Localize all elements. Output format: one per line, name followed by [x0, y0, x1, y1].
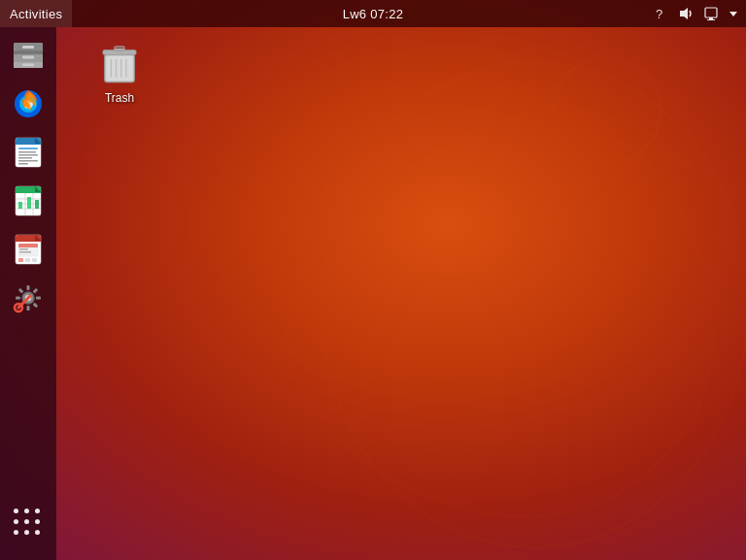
svg-rect-54 [33, 303, 39, 309]
top-panel: Activities Lw6 07:22 ? [0, 0, 746, 27]
svg-marker-3 [680, 8, 688, 19]
svg-rect-15 [22, 64, 34, 67]
svg-rect-26 [18, 160, 38, 162]
help-tray-icon[interactable]: ? [649, 0, 672, 27]
desktop: Activities Lw6 07:22 ? [0, 0, 746, 560]
svg-rect-22 [18, 148, 38, 149]
svg-rect-11 [14, 50, 43, 54]
svg-rect-62 [106, 55, 132, 81]
dock-item-files[interactable] [6, 33, 51, 78]
svg-rect-24 [18, 154, 38, 156]
svg-rect-53 [36, 297, 41, 300]
dock-item-impress[interactable] [6, 227, 51, 272]
activities-button[interactable]: Activities [0, 0, 72, 27]
svg-rect-23 [18, 151, 36, 153]
svg-rect-36 [18, 202, 22, 209]
svg-rect-69 [115, 49, 124, 51]
svg-rect-58 [18, 288, 24, 294]
svg-rect-47 [25, 258, 30, 262]
svg-rect-57 [16, 297, 20, 300]
dock-item-firefox[interactable] [6, 82, 51, 126]
svg-rect-6 [707, 19, 715, 20]
svg-rect-14 [22, 56, 34, 59]
dropdown-tray-icon[interactable] [725, 0, 742, 27]
svg-rect-48 [32, 258, 37, 262]
svg-marker-7 [729, 12, 737, 16]
app-grid-button[interactable] [11, 506, 46, 541]
dock-item-calc[interactable] [6, 179, 51, 223]
svg-rect-4 [705, 8, 717, 17]
clock-display: Lw6 07:22 [343, 7, 404, 21]
volume-tray-icon[interactable] [674, 0, 697, 27]
trash-label: Trash [105, 91, 134, 105]
svg-rect-38 [35, 200, 39, 209]
svg-rect-52 [33, 288, 39, 294]
grid-dots-icon [14, 509, 43, 538]
system-tray: ? [649, 0, 746, 27]
svg-rect-55 [27, 306, 30, 311]
svg-text:?: ? [656, 7, 662, 21]
svg-rect-45 [19, 251, 31, 253]
power-tray-icon[interactable] [699, 0, 723, 27]
svg-rect-37 [27, 197, 31, 209]
svg-rect-43 [18, 244, 38, 247]
svg-rect-25 [18, 157, 32, 159]
dock-item-writer[interactable] [6, 130, 51, 175]
dock [0, 27, 56, 560]
trash-desktop-icon[interactable]: Trash [92, 37, 147, 109]
svg-point-1 [554, 57, 661, 164]
svg-rect-27 [18, 163, 28, 165]
svg-rect-46 [18, 258, 23, 262]
trash-icon-svg [96, 41, 143, 87]
dock-item-settings[interactable] [6, 276, 51, 320]
svg-rect-5 [709, 17, 713, 19]
svg-rect-44 [19, 248, 28, 250]
svg-rect-51 [27, 285, 30, 290]
svg-rect-13 [22, 46, 34, 49]
